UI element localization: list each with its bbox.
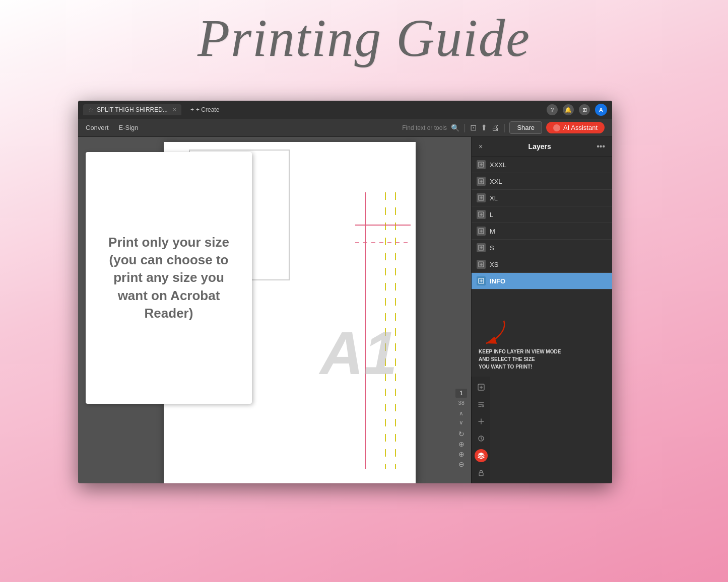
- panel-icon-lock[interactable]: [475, 466, 488, 479]
- layer-visibility-icon: [477, 243, 486, 252]
- pdf-canvas[interactable]: Print only your size (you can choose to …: [78, 137, 471, 483]
- zoom-in-icon[interactable]: ⊕: [458, 450, 465, 458]
- layer-name-info: INFO: [490, 277, 505, 285]
- help-icon-button[interactable]: ?: [547, 104, 558, 115]
- tab-title: SPLIT THIGH SHIRRED...: [97, 106, 168, 113]
- layer-name-m: M: [490, 228, 495, 235]
- layer-visibility-icon: [477, 193, 486, 202]
- title-bar-right-icons: ? 🔔 ⊞ A: [547, 104, 607, 116]
- toolbar-icon-3[interactable]: 🖨: [491, 123, 499, 132]
- acrobat-window: ☆ SPLIT THIGH SHIRRED... × + + Create ? …: [78, 101, 612, 483]
- separator: |: [464, 122, 466, 133]
- scroll-up-icon[interactable]: ∧: [459, 410, 464, 417]
- tab-star-icon: ☆: [88, 106, 94, 113]
- layer-item-m[interactable]: M: [472, 223, 612, 240]
- current-page: 1: [455, 389, 467, 398]
- scroll-down-icon[interactable]: ∨: [459, 419, 464, 426]
- layer-name-l: L: [490, 211, 493, 219]
- toolbar-right-items: Find text or tools 🔍 | ⊡ ⬆ 🖨 | Share AI …: [402, 121, 605, 134]
- panel-icon-3[interactable]: [475, 415, 488, 428]
- layers-panel: × Layers •••: [471, 137, 612, 483]
- layers-content: × Layers •••: [472, 137, 612, 377]
- layer-name-s: S: [490, 244, 494, 252]
- panel-icon-4[interactable]: [475, 432, 488, 445]
- toolbar-icon-1[interactable]: ⊡: [470, 123, 477, 132]
- svg-rect-15: [482, 405, 484, 407]
- layer-item-s[interactable]: S: [472, 240, 612, 256]
- main-toolbar: Convert E-Sign Find text or tools 🔍 | ⊡ …: [78, 119, 612, 137]
- notifications-icon-button[interactable]: 🔔: [563, 104, 574, 115]
- right-side: × Layers •••: [471, 137, 612, 483]
- instruction-card: Print only your size (you can choose to …: [86, 152, 252, 404]
- search-box[interactable]: Find text or tools: [402, 124, 447, 131]
- create-label: + Create: [196, 106, 219, 113]
- tab-close-icon[interactable]: ×: [173, 106, 176, 113]
- toolbar-left-items: Convert E-Sign: [86, 124, 139, 131]
- separator2: |: [503, 122, 506, 133]
- layer-item-xxl[interactable]: XXL: [472, 173, 612, 190]
- layer-item-info[interactable]: INFO: [472, 273, 612, 289]
- total-pages: 38: [458, 400, 465, 406]
- page-title: Printing Guide: [197, 8, 531, 68]
- red-arrow-icon: [479, 318, 514, 346]
- layer-visibility-icon: [477, 177, 486, 186]
- toolbar-icon-2[interactable]: ⬆: [481, 123, 487, 132]
- plus-icon: +: [190, 106, 194, 113]
- a1-watermark: A1: [320, 318, 397, 388]
- page-counter: 1 38 ∧ ∨ ↻ ⊕ ⊕ ⊖: [455, 389, 467, 468]
- share-button[interactable]: Share: [509, 121, 542, 134]
- panel-right-icons: [472, 377, 490, 483]
- active-tab[interactable]: ☆ SPLIT THIGH SHIRRED... ×: [83, 104, 181, 115]
- layer-item-l[interactable]: L: [472, 206, 612, 223]
- svg-rect-17: [479, 473, 483, 476]
- panel-icon-2[interactable]: [475, 398, 488, 411]
- layer-name-xxxl: XXXL: [490, 161, 506, 169]
- add-page-icon[interactable]: ⊕: [458, 440, 465, 448]
- layer-name-xl: XL: [490, 194, 498, 202]
- main-content-area: Print only your size (you can choose to …: [78, 137, 612, 483]
- layer-visibility-icon: [477, 276, 486, 285]
- annotation-section: KEEP INFO LAYER IN VIEW MODEAND SELECT T…: [472, 312, 612, 377]
- apps-icon-button[interactable]: ⊞: [579, 104, 590, 115]
- ai-assistant-button[interactable]: AI Assistant: [546, 122, 605, 133]
- layers-list: XXXL XXL: [472, 157, 612, 312]
- layer-item-xl[interactable]: XL: [472, 190, 612, 206]
- layer-visibility-icon: [477, 227, 486, 236]
- create-button[interactable]: + + Create: [185, 104, 224, 115]
- user-avatar[interactable]: A: [595, 104, 607, 116]
- refresh-icon[interactable]: ↻: [458, 430, 465, 438]
- ai-label: AI Assistant: [563, 124, 598, 131]
- layers-icon-button[interactable]: [475, 449, 488, 462]
- layer-name-xs: XS: [490, 261, 498, 268]
- panel-icon-1[interactable]: [475, 381, 488, 394]
- layer-name-xxl: XXL: [490, 178, 502, 185]
- esign-link[interactable]: E-Sign: [119, 124, 139, 131]
- zoom-out-icon[interactable]: ⊖: [458, 460, 465, 468]
- layer-visibility-icon: [477, 260, 486, 269]
- layer-item-xxxl[interactable]: XXXL: [472, 157, 612, 173]
- layers-close-button[interactable]: ×: [479, 142, 483, 151]
- layer-item-xs[interactable]: XS: [472, 256, 612, 273]
- layers-panel-title: Layers: [528, 142, 551, 151]
- layer-visibility-icon: [477, 160, 486, 169]
- title-bar: ☆ SPLIT THIGH SHIRRED... × + + Create ? …: [78, 101, 612, 119]
- layers-header: × Layers •••: [472, 137, 612, 157]
- ai-icon: [553, 124, 560, 131]
- annotation-text: KEEP INFO LAYER IN VIEW MODEAND SELECT T…: [479, 348, 605, 371]
- search-icon[interactable]: 🔍: [451, 124, 459, 132]
- instruction-text: Print only your size (you can choose to …: [98, 234, 239, 322]
- convert-link[interactable]: Convert: [86, 124, 109, 131]
- layers-more-button[interactable]: •••: [597, 142, 605, 151]
- layer-visibility-icon: [477, 210, 486, 219]
